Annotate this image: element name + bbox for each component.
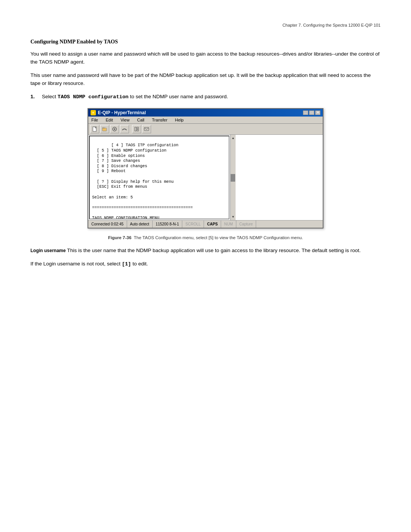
menu-file[interactable]: File bbox=[90, 117, 100, 123]
window-title: E-QIP - HyperTerminal bbox=[98, 110, 146, 115]
status-caps: CAPS bbox=[204, 220, 221, 228]
menu-transfer[interactable]: Transfer bbox=[150, 117, 169, 123]
svg-point-6 bbox=[114, 128, 115, 130]
send-button[interactable] bbox=[142, 125, 151, 133]
svg-rect-9 bbox=[137, 129, 139, 131]
svg-rect-8 bbox=[137, 127, 139, 129]
para1: You will need to assign a user name and … bbox=[30, 50, 381, 66]
hangup-button[interactable] bbox=[120, 125, 129, 133]
terminal-output[interactable]: [ 4 ] TAOS ITP configuration [ 5 ] TAOS … bbox=[89, 136, 229, 219]
properties-button[interactable] bbox=[132, 125, 141, 133]
step-text: Select TAOS NDMP configuration to set th… bbox=[42, 93, 381, 101]
step1: 1. Select TAOS NDMP configuration to set… bbox=[30, 93, 381, 101]
scroll-up-arrow[interactable]: ▲ bbox=[231, 136, 234, 141]
menu-view[interactable]: View bbox=[119, 117, 131, 123]
status-num: NUM bbox=[221, 220, 236, 228]
menu-edit[interactable]: Edit bbox=[104, 117, 115, 123]
menu-call[interactable]: Call bbox=[135, 117, 146, 123]
status-capture: Capture bbox=[236, 220, 256, 228]
dial-button[interactable] bbox=[110, 125, 119, 133]
section-title: Configuring NDMP Enabled by TAOS bbox=[30, 39, 381, 45]
scroll-down-arrow[interactable]: ▼ bbox=[231, 214, 234, 219]
titlebar: e E-QIP - HyperTerminal _ □ ✕ bbox=[88, 109, 323, 117]
figure-caption: Figure 7-36 The TAOS Configuration menu,… bbox=[30, 235, 381, 240]
hyperterminal-window: e E-QIP - HyperTerminal _ □ ✕ File Edit … bbox=[88, 108, 323, 228]
menubar: File Edit View Call Transfer Help bbox=[88, 117, 323, 124]
toolbar bbox=[88, 124, 323, 135]
statusbar: Connected 0:02:45 Auto detect 115200 8-N… bbox=[88, 220, 323, 228]
scrollbar[interactable]: ▲ ▼ bbox=[230, 135, 236, 220]
open-button[interactable] bbox=[100, 125, 109, 133]
status-scroll: SCROLL bbox=[182, 220, 204, 228]
maximize-button[interactable]: □ bbox=[309, 110, 314, 115]
status-autodetect: Auto detect bbox=[127, 220, 153, 228]
svg-rect-4 bbox=[102, 128, 104, 128]
status-baud: 115200 8-N-1 bbox=[153, 220, 182, 228]
login-username-label: Login username bbox=[30, 248, 66, 253]
step-number: 1. bbox=[30, 93, 42, 101]
para2: This user name and password will have to… bbox=[30, 72, 381, 88]
minimize-button[interactable]: _ bbox=[303, 110, 308, 115]
new-button[interactable] bbox=[90, 125, 99, 133]
menu-help[interactable]: Help bbox=[174, 117, 185, 123]
status-connected: Connected 0:02:45 bbox=[88, 220, 127, 228]
login-username-para: Login username This is the user name tha… bbox=[30, 247, 381, 255]
page-header: Chapter 7. Configuring the Spectra 12000… bbox=[30, 23, 381, 27]
scroll-thumb[interactable] bbox=[231, 174, 235, 182]
app-icon: e bbox=[91, 110, 96, 115]
last-paragraph: If the Login username is not root, selec… bbox=[30, 260, 381, 268]
close-button[interactable]: ✕ bbox=[315, 110, 320, 115]
svg-rect-7 bbox=[135, 127, 136, 131]
